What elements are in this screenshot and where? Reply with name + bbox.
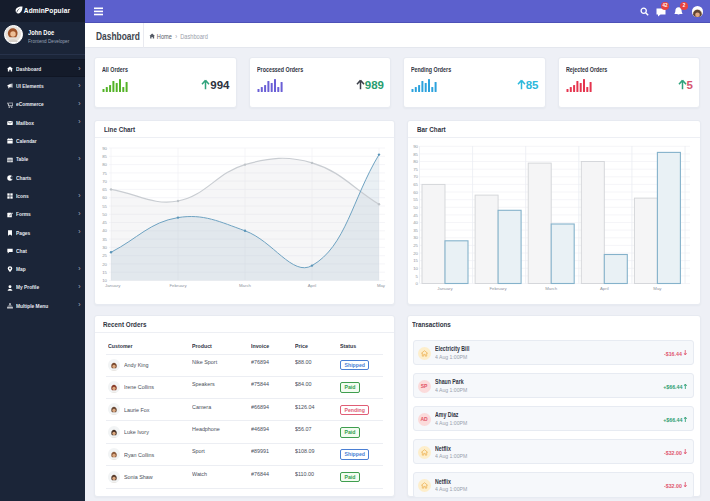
svg-text:35: 35: [413, 227, 418, 232]
svg-text:55: 55: [413, 197, 418, 202]
svg-text:30: 30: [102, 245, 107, 250]
svg-text:25: 25: [413, 243, 418, 248]
svg-text:85: 85: [413, 151, 418, 156]
svg-text:10: 10: [413, 265, 418, 270]
svg-text:May: May: [377, 283, 386, 288]
svg-text:65: 65: [102, 187, 107, 192]
svg-text:55: 55: [102, 203, 107, 208]
svg-text:15: 15: [102, 269, 107, 274]
svg-text:90: 90: [102, 145, 107, 150]
svg-text:65: 65: [413, 182, 418, 187]
svg-text:75: 75: [413, 166, 418, 171]
svg-text:80: 80: [102, 162, 107, 167]
svg-text:20: 20: [413, 250, 418, 255]
svg-text:25: 25: [102, 253, 107, 258]
svg-text:May: May: [653, 286, 662, 291]
svg-text:January: January: [437, 286, 453, 291]
svg-text:15: 15: [413, 258, 418, 263]
svg-text:80: 80: [413, 159, 418, 164]
svg-text:85: 85: [102, 153, 107, 158]
svg-text:45: 45: [102, 220, 107, 225]
svg-text:70: 70: [102, 178, 107, 183]
svg-text:30: 30: [413, 235, 418, 240]
svg-text:March: March: [545, 286, 558, 291]
svg-text:50: 50: [413, 204, 418, 209]
svg-text:45: 45: [413, 212, 418, 217]
svg-text:January: January: [105, 283, 121, 288]
svg-text:March: March: [239, 283, 252, 288]
svg-text:60: 60: [413, 189, 418, 194]
svg-text:70: 70: [413, 174, 418, 179]
svg-text:April: April: [308, 283, 317, 288]
svg-text:40: 40: [102, 228, 107, 233]
svg-text:5: 5: [416, 273, 419, 278]
svg-text:75: 75: [102, 170, 107, 175]
svg-text:April: April: [600, 286, 609, 291]
svg-text:90: 90: [413, 143, 418, 148]
svg-text:February: February: [489, 286, 507, 291]
svg-text:40: 40: [413, 220, 418, 225]
svg-text:20: 20: [102, 261, 107, 266]
svg-text:0: 0: [416, 281, 419, 286]
svg-text:60: 60: [102, 195, 107, 200]
svg-text:35: 35: [102, 236, 107, 241]
svg-text:February: February: [169, 283, 187, 288]
svg-text:50: 50: [102, 211, 107, 216]
